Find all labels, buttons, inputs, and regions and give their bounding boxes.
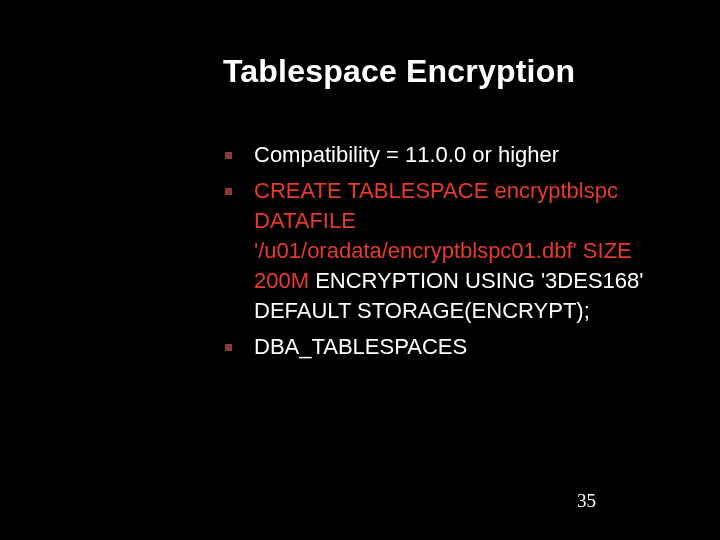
bullet-icon — [225, 152, 232, 159]
list-item: CREATE TABLESPACE encryptblspc DATAFILE … — [225, 176, 645, 326]
page-number: 35 — [577, 490, 596, 512]
list-item-text: CREATE TABLESPACE encryptblspc DATAFILE … — [254, 176, 645, 326]
list-item-text: DBA_TABLESPACES — [254, 332, 467, 362]
list-item: Compatibility = 11.0.0 or higher — [225, 140, 645, 170]
slide-title: Tablespace Encryption — [223, 53, 575, 90]
slide-body: Compatibility = 11.0.0 or higher CREATE … — [225, 140, 645, 368]
slide: Tablespace Encryption Compatibility = 11… — [0, 0, 720, 540]
bullet-icon — [225, 188, 232, 195]
list-item-text: Compatibility = 11.0.0 or higher — [254, 140, 559, 170]
bullet-icon — [225, 344, 232, 351]
list-item: DBA_TABLESPACES — [225, 332, 645, 362]
